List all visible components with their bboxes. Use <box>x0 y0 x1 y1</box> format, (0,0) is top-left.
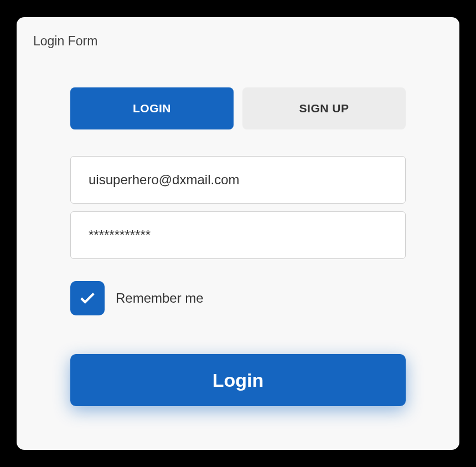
tab-signup[interactable]: SIGN UP <box>242 87 406 129</box>
remember-label: Remember me <box>116 290 204 306</box>
login-card: Login Form LOGIN SIGN UP Remember me Log… <box>17 17 459 450</box>
tabs: LOGIN SIGN UP <box>70 87 406 129</box>
remember-row: Remember me <box>70 281 406 315</box>
card-title: Login Form <box>33 34 443 49</box>
login-button[interactable]: Login <box>70 354 406 406</box>
remember-checkbox[interactable] <box>70 281 105 315</box>
form-container: LOGIN SIGN UP Remember me Login <box>70 87 406 406</box>
check-icon <box>78 289 97 308</box>
tab-login[interactable]: LOGIN <box>70 87 234 129</box>
password-field[interactable] <box>70 211 406 259</box>
email-field[interactable] <box>70 156 406 204</box>
